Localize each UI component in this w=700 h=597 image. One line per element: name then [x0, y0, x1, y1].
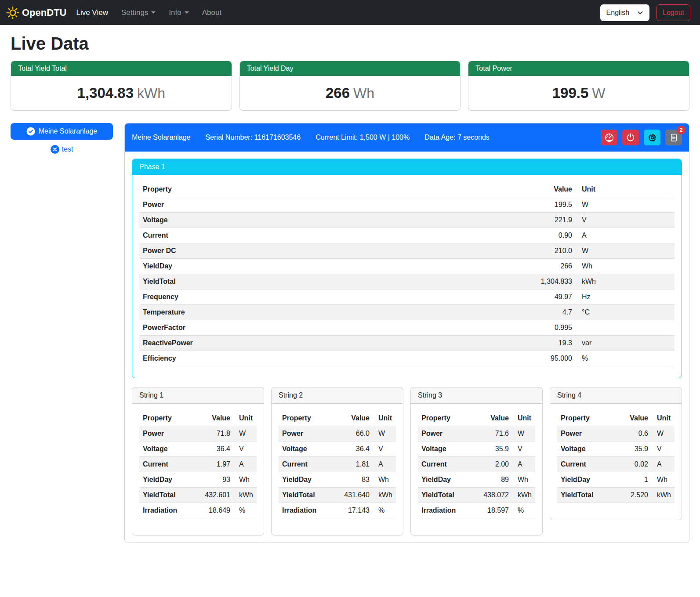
total-power-value: 199.5 — [552, 85, 589, 101]
string-card-title: String 1 — [132, 387, 264, 404]
table-row: Current 0.02 A — [557, 457, 675, 472]
power-icon — [625, 132, 636, 143]
table-row: Current 1.97 A — [139, 457, 257, 472]
table-row: Voltage 35.9 V — [557, 441, 675, 457]
unit-cell: kWh — [576, 274, 675, 289]
property-cell: YieldTotal — [279, 488, 339, 503]
string-card-title: String 3 — [411, 387, 542, 404]
sidebar-item-test[interactable]: test — [11, 145, 113, 154]
property-cell: YieldDay — [279, 472, 339, 488]
table-row: Irradiation 18.649 % — [139, 503, 257, 518]
string-2-card: String 2 Property Value Unit — [271, 387, 403, 535]
unit-cell: V — [512, 441, 535, 457]
string-3-card: String 3 Property Value Unit — [410, 387, 543, 535]
table-row: PowerFactor 0.995 — [139, 320, 675, 336]
power-settings-button[interactable] — [622, 130, 639, 145]
logout-button[interactable]: Logout — [656, 4, 690, 21]
value-cell: 49.97 — [519, 289, 576, 305]
unit-cell: A — [512, 457, 535, 472]
table-row: Current 0.90 A — [139, 228, 675, 243]
value-cell: 18.649 — [199, 503, 234, 518]
column-header-unit: Unit — [234, 411, 257, 426]
value-cell: 95.000 — [519, 351, 576, 366]
string-3-table: Property Value Unit Power — [418, 411, 535, 518]
string-card-title: String 4 — [550, 387, 682, 404]
inverter-data-age: Data Age: 7 seconds — [424, 134, 490, 141]
property-cell: Current — [557, 457, 617, 472]
unit-cell: A — [652, 457, 675, 472]
column-header-property: Property — [139, 411, 199, 426]
table-row: Voltage 35.9 V — [418, 441, 535, 457]
total-yield-day-card: Total Yield Day 266Wh — [239, 61, 461, 111]
brand-label: OpenDTU — [22, 7, 66, 18]
brand-link[interactable]: OpenDTU — [6, 6, 66, 19]
property-cell: Power — [418, 426, 478, 441]
value-cell: 35.9 — [478, 441, 512, 457]
table-row: Frequency 49.97 Hz — [139, 289, 675, 305]
nav-links: Live View Settings Info About — [76, 8, 221, 17]
unit-cell: A — [373, 457, 396, 472]
value-cell: 432.601 — [199, 488, 234, 503]
column-header-unit: Unit — [512, 411, 535, 426]
property-cell: Current — [418, 457, 478, 472]
nav-item-about[interactable]: About — [202, 8, 221, 17]
inverter-panel: Meine Solaranlage Serial Number: 1161716… — [124, 123, 689, 543]
table-row: YieldDay 83 Wh — [279, 472, 396, 488]
property-cell: YieldDay — [418, 472, 478, 488]
limit-settings-button[interactable] — [601, 130, 617, 145]
event-log-button[interactable]: 2 — [665, 130, 682, 145]
table-row: Irradiation 18.597 % — [418, 503, 535, 518]
unit-cell: % — [512, 503, 535, 518]
value-cell: 221.9 — [519, 213, 576, 228]
inverter-panel-header: Meine Solaranlage Serial Number: 1161716… — [125, 123, 689, 152]
property-cell: Frequency — [139, 289, 519, 305]
check-circle-icon — [26, 127, 35, 136]
value-cell: 0.6 — [617, 426, 652, 441]
property-cell: Current — [139, 228, 519, 243]
unit-cell: kWh — [512, 488, 535, 503]
nav-item-info[interactable]: Info — [169, 8, 189, 17]
string-card-title: String 2 — [272, 387, 403, 404]
property-cell: Temperature — [139, 305, 519, 320]
string-1-card: String 1 Property Value Unit — [132, 387, 264, 535]
table-row: YieldDay 1 Wh — [557, 472, 675, 488]
unit-cell: % — [234, 503, 257, 518]
property-cell: Power — [139, 426, 199, 441]
property-cell: YieldTotal — [557, 488, 617, 503]
column-header-value: Value — [478, 411, 512, 426]
value-cell: 35.9 — [617, 441, 652, 457]
unit-cell: V — [373, 441, 396, 457]
nav-item-settings[interactable]: Settings — [121, 8, 156, 17]
property-cell: Voltage — [418, 441, 478, 457]
device-info-button[interactable] — [644, 130, 660, 145]
sidebar-item-meine-solaranlage[interactable]: Meine Solaranlage — [11, 123, 113, 140]
table-row: YieldTotal 438.072 kWh — [418, 488, 535, 503]
table-row: Temperature 4.7 °C — [139, 305, 675, 320]
column-header-unit: Unit — [576, 182, 675, 197]
unit-cell: Wh — [652, 472, 675, 488]
phase-1-card: Phase 1 Property Value Unit — [132, 159, 682, 378]
column-header-value: Value — [199, 411, 234, 426]
unit-cell: Wh — [234, 472, 257, 488]
inverter-name: Meine Solaranlage — [132, 134, 190, 141]
unit-cell: Hz — [576, 289, 675, 305]
property-cell: YieldTotal — [418, 488, 478, 503]
unit-cell: kWh — [652, 488, 675, 503]
nav-item-live-view[interactable]: Live View — [76, 8, 108, 17]
table-row: Power 71.8 W — [139, 426, 257, 441]
language-select[interactable]: English — [600, 4, 649, 21]
main-row: Meine Solaranlage test Meine Solaranlage… — [11, 123, 689, 543]
property-cell: YieldDay — [139, 472, 199, 488]
unit-cell: W — [652, 426, 675, 441]
table-row: Voltage 36.4 V — [139, 441, 257, 457]
string-1-table: Property Value Unit Power — [139, 411, 257, 518]
value-cell: 1.81 — [339, 457, 373, 472]
value-cell: 71.8 — [199, 426, 234, 441]
table-row: Voltage 36.4 V — [279, 441, 396, 457]
phase-table: Property Value Unit Power — [139, 182, 675, 366]
value-cell: 438.072 — [478, 488, 512, 503]
table-row: Efficiency 95.000 % — [139, 351, 675, 366]
unit-cell: % — [576, 351, 675, 366]
value-cell: 199.5 — [519, 197, 576, 213]
property-cell: Power — [279, 426, 339, 441]
